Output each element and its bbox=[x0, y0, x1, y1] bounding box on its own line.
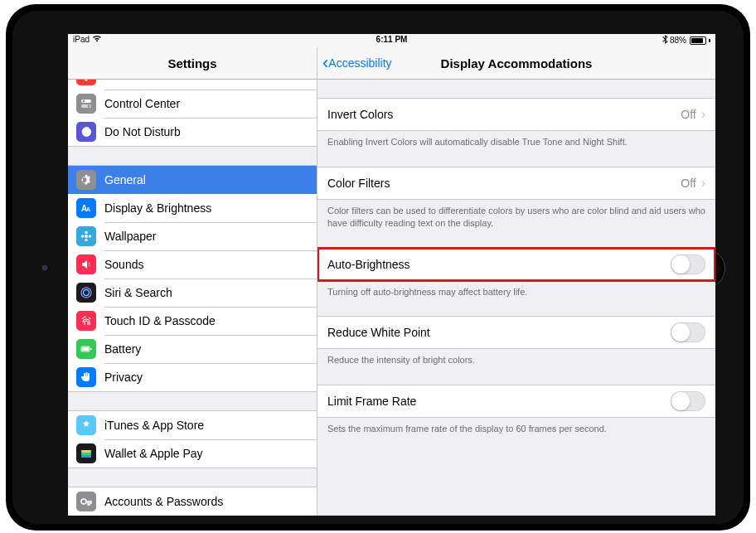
sidebar-title: Settings bbox=[68, 47, 317, 80]
section-footer: Reduce the intensity of bright colors. bbox=[317, 349, 715, 366]
detail-pane: ‹ Accessibility Display Accommodations I… bbox=[317, 47, 715, 516]
chevron-right-icon: › bbox=[701, 107, 705, 122]
key-icon bbox=[76, 492, 96, 511]
svg-rect-15 bbox=[90, 348, 92, 350]
sidebar-item-accounts-passwords[interactable]: Accounts & Passwords bbox=[68, 487, 317, 516]
svg-point-19 bbox=[81, 499, 86, 504]
sidebar-item-display-brightness[interactable]: AADisplay & Brightness bbox=[68, 194, 317, 222]
text-size-icon: AA bbox=[76, 198, 96, 218]
sidebar-item-privacy[interactable]: Privacy bbox=[68, 363, 317, 392]
flower-icon bbox=[76, 226, 96, 246]
svg-point-10 bbox=[89, 235, 92, 238]
ipad-bezel: iPad 6:11 PM 88% Settings bbox=[12, 11, 744, 524]
bell-icon bbox=[76, 80, 96, 85]
sidebar-item-label: Privacy bbox=[104, 371, 143, 384]
status-bar: iPad 6:11 PM 88% bbox=[68, 34, 715, 47]
svg-point-9 bbox=[81, 235, 85, 238]
section-footer: Color filters can be used to differentia… bbox=[317, 200, 715, 230]
wallet-icon bbox=[76, 443, 96, 463]
svg-rect-14 bbox=[82, 347, 89, 351]
sidebar-item-label: Do Not Disturb bbox=[104, 125, 181, 138]
ipad-frame: iPad 6:11 PM 88% Settings bbox=[6, 4, 750, 531]
speaker-icon bbox=[76, 254, 96, 274]
sidebar-item-label: Control Center bbox=[104, 97, 180, 110]
detail-row-label: Invert Colors bbox=[327, 108, 393, 121]
siri-icon bbox=[76, 283, 96, 303]
detail-row-invert-colors[interactable]: Invert ColorsOff› bbox=[317, 98, 715, 131]
svg-point-2 bbox=[83, 100, 85, 103]
sidebar-item-wallet-apple-pay[interactable]: Wallet & Apple Pay bbox=[68, 439, 317, 468]
screen: iPad 6:11 PM 88% Settings bbox=[68, 34, 715, 516]
section-footer: Turning off auto-brightness may affect b… bbox=[317, 281, 715, 298]
sidebar-item-control-center[interactable]: Control Center bbox=[68, 90, 317, 118]
battery-percent: 88% bbox=[670, 36, 686, 45]
sidebar-item-label: Wallet & Apple Pay bbox=[104, 447, 203, 460]
section-footer: Sets the maximum frame rate of the displ… bbox=[317, 418, 715, 435]
battery-icon bbox=[690, 36, 706, 45]
sidebar: Settings NotificationsControl CenterDo N… bbox=[68, 47, 317, 516]
detail-row-value: Off bbox=[681, 108, 695, 121]
gear-icon bbox=[76, 170, 96, 190]
clock: 6:11 PM bbox=[376, 35, 408, 44]
svg-point-7 bbox=[85, 231, 88, 235]
sidebar-list[interactable]: NotificationsControl CenterDo Not Distur… bbox=[68, 80, 317, 516]
svg-text:A: A bbox=[86, 206, 90, 212]
sidebar-item-label: Battery bbox=[104, 342, 141, 356]
sidebar-item-label: Wallpaper bbox=[104, 230, 157, 243]
sidebar-item-general[interactable]: General bbox=[68, 165, 317, 194]
sidebar-item-label: Display & Brightness bbox=[104, 201, 211, 215]
sidebar-item-sounds[interactable]: Sounds bbox=[68, 250, 317, 279]
svg-point-3 bbox=[88, 105, 90, 108]
sidebar-item-do-not-disturb[interactable]: Do Not Disturb bbox=[68, 118, 317, 147]
detail-row-color-filters[interactable]: Color FiltersOff› bbox=[317, 167, 715, 200]
appstore-icon bbox=[76, 415, 96, 435]
detail-row-reduce-white-point[interactable]: Reduce White Point bbox=[317, 316, 715, 349]
sidebar-item-wallpaper[interactable]: Wallpaper bbox=[68, 222, 317, 250]
toggle-switch[interactable] bbox=[671, 322, 705, 342]
toggle-switch[interactable] bbox=[671, 391, 705, 411]
detail-row-auto-brightness[interactable]: Auto-Brightness bbox=[317, 248, 715, 281]
sidebar-item-notifications[interactable]: Notifications bbox=[68, 80, 317, 90]
svg-point-12 bbox=[84, 290, 90, 296]
detail-row-label: Auto-Brightness bbox=[327, 258, 410, 271]
sidebar-item-label: iTunes & App Store bbox=[104, 419, 204, 432]
hand-icon bbox=[76, 367, 96, 387]
fingerprint-icon bbox=[76, 311, 96, 331]
chevron-left-icon: ‹ bbox=[322, 54, 328, 72]
bluetooth-icon bbox=[662, 35, 668, 46]
detail-row-label: Reduce White Point bbox=[327, 326, 430, 339]
toggle-switch[interactable] bbox=[671, 254, 705, 274]
svg-rect-17 bbox=[81, 453, 91, 455]
sidebar-item-itunes-app-store[interactable]: iTunes & App Store bbox=[68, 410, 317, 439]
sidebar-item-label: Siri & Search bbox=[104, 286, 172, 299]
sidebar-item-touch-id-passcode[interactable]: Touch ID & Passcode bbox=[68, 307, 317, 335]
toggles-icon bbox=[76, 94, 96, 114]
detail-row-label: Color Filters bbox=[327, 177, 390, 190]
sidebar-item-siri-search[interactable]: Siri & Search bbox=[68, 279, 317, 307]
sidebar-item-label: General bbox=[104, 173, 146, 187]
detail-title: Display Accommodations bbox=[441, 56, 593, 70]
sidebar-item-battery[interactable]: Battery bbox=[68, 335, 317, 363]
detail-body[interactable]: Invert ColorsOff›Enabling Invert Colors … bbox=[317, 80, 715, 516]
svg-point-8 bbox=[85, 239, 88, 242]
svg-rect-18 bbox=[81, 455, 91, 458]
front-camera bbox=[42, 265, 47, 270]
detail-row-value: Off bbox=[681, 177, 695, 190]
section-footer: Enabling Invert Colors will automaticall… bbox=[317, 131, 715, 148]
sidebar-item-label: Touch ID & Passcode bbox=[104, 314, 216, 327]
moon-icon bbox=[76, 122, 96, 142]
chevron-right-icon: › bbox=[701, 176, 705, 191]
detail-row-limit-frame-rate[interactable]: Limit Frame Rate bbox=[317, 385, 715, 418]
wifi-icon bbox=[92, 35, 102, 44]
carrier-label: iPad bbox=[73, 35, 90, 44]
detail-header: ‹ Accessibility Display Accommodations bbox=[317, 47, 715, 80]
svg-rect-16 bbox=[81, 450, 91, 453]
sidebar-item-label: Notifications bbox=[104, 80, 167, 82]
sidebar-item-label: Sounds bbox=[104, 258, 143, 271]
svg-point-6 bbox=[85, 235, 88, 238]
sidebar-item-label: Accounts & Passwords bbox=[104, 495, 223, 508]
detail-row-label: Limit Frame Rate bbox=[327, 395, 416, 408]
back-label: Accessibility bbox=[328, 56, 391, 70]
back-button[interactable]: ‹ Accessibility bbox=[322, 47, 392, 79]
battery-icon bbox=[76, 339, 96, 359]
